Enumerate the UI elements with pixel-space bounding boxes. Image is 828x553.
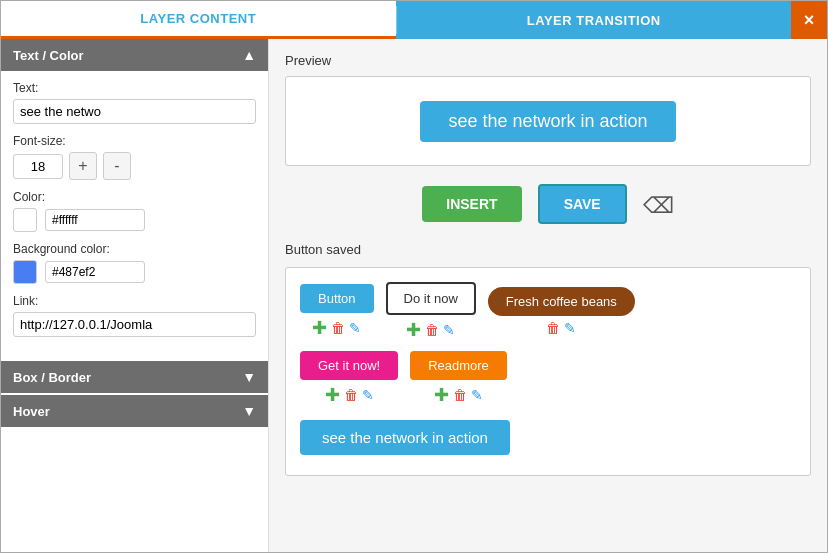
- delete-icon-2[interactable]: 🗑: [425, 322, 439, 338]
- bgcolor-controls: [13, 260, 256, 284]
- saved-item-getitnow-controls: ✚ 🗑 ✎: [325, 384, 374, 406]
- color-controls: [13, 208, 256, 232]
- add-icon-1[interactable]: ✚: [312, 317, 327, 339]
- preview-label: Preview: [285, 53, 811, 68]
- saved-button-doitnow[interactable]: Do it now: [386, 282, 476, 315]
- edit-icon-1[interactable]: ✎: [349, 320, 361, 336]
- text-input[interactable]: [13, 99, 256, 124]
- tab-layer-transition[interactable]: LAYER TRANSITION: [397, 1, 792, 39]
- saved-button-getitnow[interactable]: Get it now!: [300, 351, 398, 380]
- action-row: INSERT SAVE ⌫: [285, 184, 811, 224]
- text-field-row: Text:: [13, 81, 256, 124]
- text-color-chevron: ▲: [242, 47, 256, 63]
- saved-button-freshcoffee[interactable]: Fresh coffee beans: [488, 287, 635, 316]
- saved-buttons-box: Button ✚ 🗑 ✎ Do it now ✚ 🗑 ✎: [285, 267, 811, 476]
- fontsize-decrease-button[interactable]: -: [103, 152, 131, 180]
- insert-button[interactable]: INSERT: [422, 186, 521, 222]
- saved-item-button-controls: ✚ 🗑 ✎: [312, 317, 361, 339]
- add-icon-2[interactable]: ✚: [406, 319, 421, 341]
- preview-button: see the network in action: [420, 101, 675, 142]
- saved-item-getitnow: Get it now! ✚ 🗑 ✎: [300, 351, 398, 406]
- saved-item-readmore-controls: ✚ 🗑 ✎: [434, 384, 483, 406]
- fontsize-label: Font-size:: [13, 134, 256, 148]
- add-icon-4[interactable]: ✚: [325, 384, 340, 406]
- text-label: Text:: [13, 81, 256, 95]
- edit-icon-3[interactable]: ✎: [564, 320, 576, 336]
- delete-icon-4[interactable]: 🗑: [344, 387, 358, 403]
- fontsize-increase-button[interactable]: +: [69, 152, 97, 180]
- saved-item-readmore: Readmore ✚ 🗑 ✎: [410, 351, 507, 406]
- box-border-section-header[interactable]: Box / Border ▼: [1, 361, 268, 393]
- cursor-icon: ⌫: [643, 193, 674, 219]
- delete-icon-5[interactable]: 🗑: [453, 387, 467, 403]
- close-button[interactable]: ×: [791, 1, 827, 39]
- text-color-section-content: Text: Font-size: + - Color:: [1, 71, 268, 357]
- edit-icon-2[interactable]: ✎: [443, 322, 455, 338]
- saved-button-readmore[interactable]: Readmore: [410, 351, 507, 380]
- saved-item-doitnow: Do it now ✚ 🗑 ✎: [386, 282, 476, 341]
- saved-item-network: see the network in action: [300, 416, 510, 455]
- bgcolor-swatch[interactable]: [13, 260, 37, 284]
- delete-icon-3[interactable]: 🗑: [546, 320, 560, 336]
- left-panel: Text / Color ▲ Text: Font-size: + -: [1, 39, 269, 552]
- color-label: Color:: [13, 190, 256, 204]
- link-input[interactable]: [13, 312, 256, 337]
- color-field-row: Color:: [13, 190, 256, 232]
- saved-button-button[interactable]: Button: [300, 284, 374, 313]
- dialog-body: Text / Color ▲ Text: Font-size: + -: [1, 39, 827, 552]
- hover-section-header[interactable]: Hover ▼: [1, 395, 268, 427]
- saved-item-freshcoffee-controls: 🗑 ✎: [546, 320, 576, 336]
- saved-item-freshcoffee: Fresh coffee beans 🗑 ✎: [488, 287, 635, 336]
- color-swatch[interactable]: [13, 208, 37, 232]
- link-label: Link:: [13, 294, 256, 308]
- saved-item-button: Button ✚ 🗑 ✎: [300, 284, 374, 339]
- box-border-chevron: ▼: [242, 369, 256, 385]
- delete-icon-1[interactable]: 🗑: [331, 320, 345, 336]
- bgcolor-hex-input[interactable]: [45, 261, 145, 283]
- saved-row-1: Button ✚ 🗑 ✎ Do it now ✚ 🗑 ✎: [300, 282, 796, 341]
- color-hex-input[interactable]: [45, 209, 145, 231]
- add-icon-5[interactable]: ✚: [434, 384, 449, 406]
- saved-row-3: see the network in action: [300, 416, 796, 455]
- saved-item-doitnow-controls: ✚ 🗑 ✎: [406, 319, 455, 341]
- fontsize-field-row: Font-size: + -: [13, 134, 256, 180]
- fontsize-controls: + -: [13, 152, 256, 180]
- edit-icon-5[interactable]: ✎: [471, 387, 483, 403]
- right-panel: Preview see the network in action INSERT…: [269, 39, 827, 552]
- edit-icon-4[interactable]: ✎: [362, 387, 374, 403]
- dialog-header: LAYER CONTENT LAYER TRANSITION ×: [1, 1, 827, 39]
- hover-chevron: ▼: [242, 403, 256, 419]
- fontsize-input[interactable]: [13, 154, 63, 179]
- preview-box: see the network in action: [285, 76, 811, 166]
- bgcolor-field-row: Background color:: [13, 242, 256, 284]
- dialog: LAYER CONTENT LAYER TRANSITION × Text / …: [0, 0, 828, 553]
- save-button[interactable]: SAVE: [538, 184, 627, 224]
- tab-layer-content[interactable]: LAYER CONTENT: [1, 1, 396, 39]
- saved-row-2: Get it now! ✚ 🗑 ✎ Readmore ✚ 🗑 ✎: [300, 351, 796, 406]
- text-color-section-header[interactable]: Text / Color ▲: [1, 39, 268, 71]
- bgcolor-label: Background color:: [13, 242, 256, 256]
- link-field-row: Link:: [13, 294, 256, 337]
- saved-label: Button saved: [285, 242, 811, 257]
- saved-button-network[interactable]: see the network in action: [300, 420, 510, 455]
